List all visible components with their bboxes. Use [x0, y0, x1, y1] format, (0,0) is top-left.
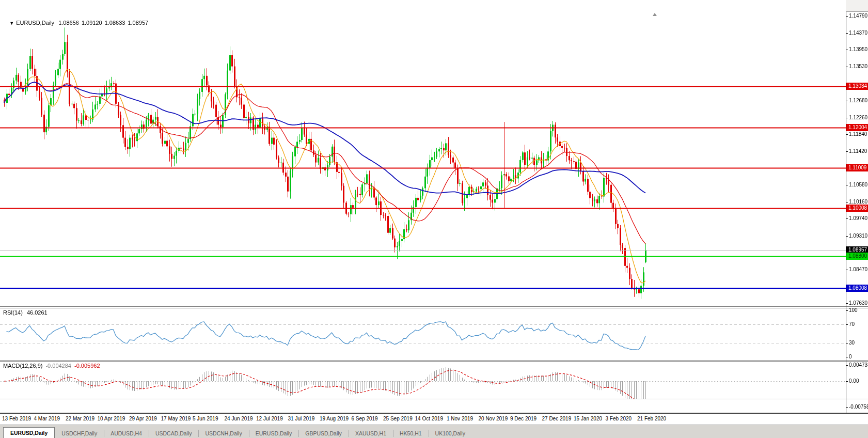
- axis-tick-mark: [846, 33, 848, 34]
- chart-tab-usdcad-daily[interactable]: USDCAD,Daily: [149, 428, 199, 438]
- macd-main-value: -0.004284: [45, 363, 71, 369]
- price-level-badge: 1.12004: [846, 124, 868, 131]
- date-label: 27 Dec 2019: [542, 416, 572, 421]
- axis-tick-mark: [846, 50, 848, 50]
- rsi-indicator-label: RSI(14)46.0261: [3, 309, 48, 316]
- date-label: 6 Sep 2019: [352, 416, 378, 421]
- date-label: 1 Nov 2019: [447, 416, 473, 421]
- ohlc-high: 1.09120: [82, 20, 102, 26]
- date-label: 24 Jun 2019: [225, 416, 253, 421]
- chart-tab-gbpusd-daily[interactable]: GBPUSD,Daily: [298, 428, 349, 438]
- axis-tick-mark: [846, 134, 848, 135]
- axis-tick-mark: [846, 270, 848, 270]
- chart-title: ▼EURUSD,Daily1.086561.091201.086331.0895…: [3, 13, 148, 32]
- price-level-badge: 1.08800: [846, 253, 868, 260]
- date-label: 22 Mar 2019: [66, 416, 94, 421]
- date-label: 9 Dec 2019: [510, 416, 536, 421]
- axis-tick-mark: [846, 343, 848, 343]
- price-level-badge: 1.10008: [846, 205, 868, 212]
- chart-tab-audusd-h4[interactable]: AUDUSD,H4: [104, 428, 149, 438]
- axis-tick-mark: [846, 324, 848, 325]
- axis-tick-mark: [846, 101, 848, 101]
- trading-terminal-window: T ⇅ ▾ M1M5M15M30H1H4D1W1MN ▼EURUSD,Daily…: [0, 0, 868, 438]
- date-label: 4 Mar 2019: [34, 416, 60, 421]
- axis-tick-mark: [846, 357, 848, 357]
- axis-tick-mark: [846, 185, 848, 185]
- chart-tab-bar: EURUSD,DailyUSDCHF,DailyAUDUSD,H4USDCAD,…: [0, 425, 868, 438]
- date-label: 31 Jul 2019: [288, 416, 315, 421]
- chart-tab-eurusd-daily[interactable]: EURUSD,Daily: [3, 427, 55, 438]
- chart-tab-hk50-h1[interactable]: HK50,H1: [393, 428, 429, 438]
- chart-dropdown-icon[interactable]: ▼: [9, 21, 14, 26]
- chart-tab-usdcnh-daily[interactable]: USDCNH,Daily: [198, 428, 248, 438]
- axis-tick-mark: [846, 236, 848, 237]
- rsi-name: RSI(14): [3, 309, 23, 316]
- axis-tick-mark: [846, 218, 848, 219]
- ohlc-open: 1.08656: [58, 20, 79, 26]
- axis-tick-mark: [846, 118, 848, 118]
- date-label: 19 Aug 2019: [320, 416, 349, 421]
- axis-tick-mark: [846, 67, 848, 67]
- macd-signal-value: -0.005962: [74, 363, 100, 369]
- chart-shift-marker[interactable]: [653, 13, 657, 16]
- ohlc-close: 1.08957: [128, 20, 148, 26]
- axis-tick-mark: [846, 310, 848, 311]
- date-label: 15 Jan 2020: [574, 416, 602, 421]
- chart-tab-usdchf-daily[interactable]: USDCHF,Daily: [55, 428, 104, 438]
- date-label: 5 Jun 2019: [193, 416, 218, 421]
- date-label: 10 Apr 2019: [98, 416, 125, 421]
- axis-tick-mark: [846, 202, 848, 202]
- panel-splitter-main-rsi-2: [0, 308, 868, 308]
- date-label: 25 Sep 2019: [383, 416, 413, 421]
- chart-tab-xauusd-h1[interactable]: XAUUSD,H1: [349, 428, 393, 438]
- date-label: 12 Jul 2019: [256, 416, 283, 421]
- price-axis[interactable]: 1.147901.143701.139501.135301.126801.122…: [846, 12, 868, 413]
- price-level-badge: 1.11009: [846, 164, 868, 171]
- panel-splitter-main-rsi[interactable]: [0, 306, 868, 307]
- price-level-badge: 1.13034: [846, 83, 868, 90]
- rsi-value: 46.0261: [27, 309, 48, 316]
- symbol-period-label: EURUSD,Daily: [16, 20, 54, 26]
- panel-splitter-rsi-macd-2: [0, 361, 868, 362]
- date-label: 17 May 2019: [161, 416, 191, 421]
- date-label: 21 Feb 2020: [637, 416, 666, 421]
- chart-tab-eurusd-daily[interactable]: EURUSD,Daily: [249, 428, 299, 438]
- axis-tick-mark: [846, 365, 848, 366]
- axis-tick-mark: [846, 303, 848, 304]
- axis-tick-mark: [846, 381, 848, 382]
- date-label: 14 Oct 2019: [415, 416, 443, 421]
- price-level-badge: 1.08008: [846, 285, 868, 292]
- date-label: 3 Feb 2020: [606, 416, 632, 421]
- date-label: 13 Feb 2019: [2, 416, 31, 421]
- date-axis[interactable]: 13 Feb 20194 Mar 201922 Mar 201910 Apr 2…: [0, 414, 868, 425]
- panel-splitter-rsi-macd[interactable]: [0, 360, 868, 361]
- macd-name: MACD(12,26,9): [3, 363, 42, 369]
- date-label: 29 Apr 2019: [129, 416, 157, 421]
- price-chart-canvas[interactable]: [0, 0, 846, 413]
- axis-tick-mark: [846, 407, 848, 408]
- chart-tab-uk100-daily[interactable]: UK100,Daily: [429, 428, 472, 438]
- date-label: 20 Nov 2019: [479, 416, 508, 421]
- macd-panel-bottom-border: [0, 399, 868, 399]
- macd-indicator-label: MACD(12,26,9)-0.004284-0.005962: [3, 363, 100, 369]
- axis-tick-mark: [846, 16, 848, 17]
- ohlc-low: 1.08633: [105, 20, 125, 26]
- axis-tick-mark: [846, 151, 848, 152]
